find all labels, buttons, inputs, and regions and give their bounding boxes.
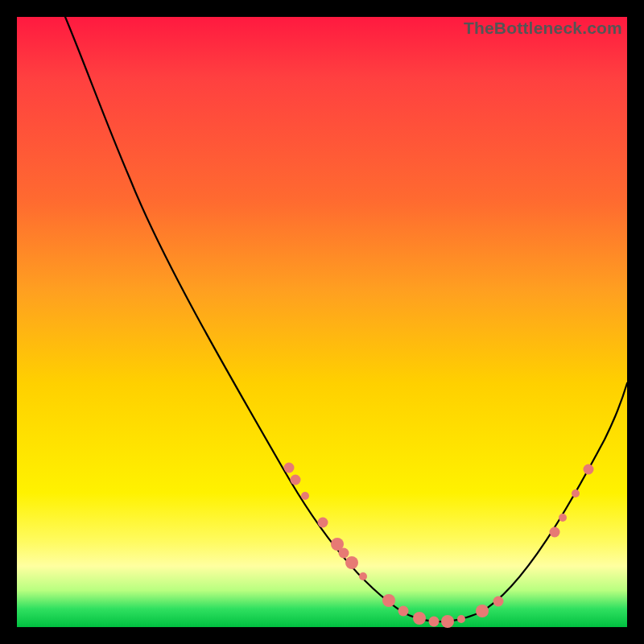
marker	[550, 527, 560, 538]
marker	[301, 492, 309, 500]
marker	[441, 615, 454, 628]
marker	[476, 605, 489, 617]
marker	[398, 606, 409, 617]
marker	[382, 594, 395, 607]
plot-area: TheBottleneck.com	[17, 17, 627, 627]
marker	[291, 475, 301, 485]
curve-layer	[17, 17, 627, 627]
marker	[493, 597, 504, 607]
marker	[284, 463, 295, 473]
bottleneck-curve	[65, 17, 627, 621]
marker	[413, 612, 426, 625]
marker	[359, 572, 367, 580]
marker	[345, 556, 358, 569]
marker	[572, 489, 580, 497]
marker	[339, 548, 349, 559]
marker	[429, 617, 440, 627]
chart-frame: TheBottleneck.com	[0, 0, 644, 644]
marker	[559, 514, 567, 522]
marker	[584, 464, 594, 475]
marker	[457, 615, 465, 623]
marker	[318, 518, 328, 528]
